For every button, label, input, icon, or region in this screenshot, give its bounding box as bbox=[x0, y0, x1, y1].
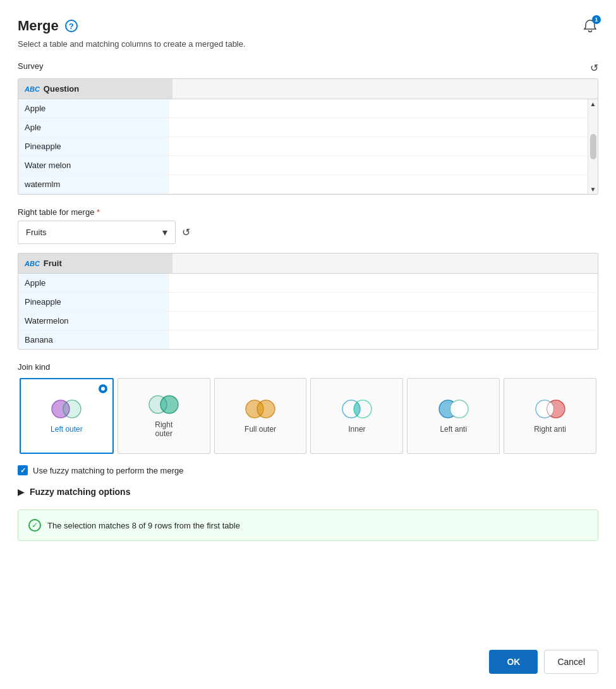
right-table-refresh-button[interactable]: ↺ bbox=[182, 226, 190, 238]
scroll-up-arrow[interactable]: ▲ bbox=[590, 101, 596, 107]
chevron-right-icon: ▶ bbox=[18, 487, 25, 497]
join-option-label: Right anti bbox=[534, 425, 566, 434]
fruits-table-body[interactable]: Apple Pineapple Watermelon Banana bbox=[18, 274, 598, 349]
survey-empty-cell bbox=[169, 99, 598, 118]
table-row: Banana bbox=[18, 331, 598, 349]
table-row: Aple bbox=[18, 118, 598, 137]
survey-cell[interactable]: Pineapple bbox=[18, 137, 169, 155]
join-option-left-anti[interactable]: Left anti bbox=[407, 378, 500, 454]
dialog-subtitle: Select a table and matching columns to c… bbox=[18, 39, 598, 49]
right-table-select-row: Fruits ▾ ↺ bbox=[18, 221, 598, 244]
fuzzy-options-label: Fuzzy matching options bbox=[30, 487, 130, 497]
join-option-label: Left outer bbox=[51, 425, 83, 434]
fruits-empty-cell bbox=[169, 312, 598, 330]
survey-cell[interactable]: watermlm bbox=[18, 175, 169, 193]
dropdown-arrow-icon: ▾ bbox=[162, 226, 167, 238]
join-option-inner[interactable]: Inner bbox=[310, 378, 403, 454]
fuzzy-checkbox-label: Use fuzzy matching to perform the merge bbox=[33, 466, 183, 475]
cancel-button[interactable]: Cancel bbox=[544, 650, 598, 674]
fruits-cell[interactable]: Banana bbox=[18, 331, 169, 349]
join-options-container: Left outer Rightouter Full outer bbox=[18, 378, 598, 454]
right-table-label: Right table for merge * bbox=[18, 207, 598, 217]
table-row: Water melon bbox=[18, 156, 598, 175]
fruits-empty-cell bbox=[169, 274, 598, 292]
fruits-dropdown[interactable]: Fruits ▾ bbox=[18, 221, 176, 244]
fuzzy-checkbox[interactable]: ✓ bbox=[18, 465, 28, 475]
right-anti-venn-icon bbox=[533, 398, 567, 420]
survey-col-question[interactable]: ABC Question bbox=[18, 79, 172, 99]
survey-label: Survey bbox=[18, 61, 43, 71]
fruits-empty-col bbox=[172, 253, 598, 273]
fruits-col-fruit[interactable]: ABC Fruit bbox=[18, 253, 172, 273]
svg-point-5 bbox=[257, 400, 275, 418]
survey-cell[interactable]: Apple bbox=[18, 99, 169, 118]
survey-cell[interactable]: Water melon bbox=[18, 156, 169, 174]
survey-scrollbar[interactable]: ▲ ▼ bbox=[588, 99, 598, 194]
dialog-title: Merge bbox=[18, 18, 59, 34]
join-option-right-anti[interactable]: Right anti bbox=[504, 378, 596, 454]
inner-venn-icon bbox=[340, 398, 374, 420]
survey-table-body[interactable]: Apple Aple Pineapple Water melon waterml… bbox=[18, 99, 598, 194]
abc-icon-fruit: ABC bbox=[25, 260, 40, 267]
survey-table-header: ABC Question bbox=[18, 79, 598, 99]
notification-icon[interactable]: 1 bbox=[582, 18, 598, 34]
help-icon[interactable]: ? bbox=[65, 20, 78, 32]
fruits-empty-cell bbox=[169, 293, 598, 311]
status-check-icon: ✓ bbox=[28, 519, 41, 532]
selected-indicator bbox=[99, 384, 107, 393]
scroll-thumb[interactable] bbox=[590, 134, 596, 159]
svg-point-3 bbox=[160, 396, 178, 413]
fuzzy-options-toggle[interactable]: ▶ Fuzzy matching options bbox=[18, 487, 598, 497]
join-option-left-outer[interactable]: Left outer bbox=[20, 378, 114, 454]
right-outer-venn-icon bbox=[147, 394, 181, 415]
left-anti-venn-icon bbox=[437, 398, 471, 420]
survey-empty-col bbox=[172, 79, 598, 99]
survey-cell[interactable]: Aple bbox=[18, 118, 169, 137]
ok-button[interactable]: OK bbox=[489, 650, 538, 674]
table-row: Pineapple bbox=[18, 293, 598, 312]
table-row: Watermelon bbox=[18, 312, 598, 331]
table-row: Pineapple bbox=[18, 137, 598, 156]
fruits-cell[interactable]: Pineapple bbox=[18, 293, 169, 311]
fruits-empty-cell bbox=[169, 331, 598, 349]
survey-empty-cell bbox=[169, 175, 598, 193]
table-row: watermlm bbox=[18, 175, 598, 194]
survey-empty-cell bbox=[169, 137, 598, 155]
left-outer-venn-icon bbox=[49, 398, 83, 420]
join-option-full-outer[interactable]: Full outer bbox=[214, 378, 307, 454]
notification-badge: 1 bbox=[592, 15, 601, 24]
fruits-cell[interactable]: Apple bbox=[18, 274, 169, 292]
checkbox-check-icon: ✓ bbox=[20, 466, 26, 475]
header-left: Merge ? bbox=[18, 18, 78, 34]
survey-refresh-button[interactable]: ↺ bbox=[590, 62, 598, 74]
survey-empty-cell bbox=[169, 156, 598, 174]
join-option-right-outer[interactable]: Rightouter bbox=[118, 378, 210, 454]
svg-point-1 bbox=[63, 400, 81, 418]
fruits-table-header: ABC Fruit bbox=[18, 253, 598, 274]
merge-dialog: Merge ? 1 Select a table and matching co… bbox=[0, 0, 616, 689]
join-option-label: Full outer bbox=[245, 425, 276, 434]
dialog-footer: OK Cancel bbox=[18, 643, 598, 674]
join-option-label: Inner bbox=[348, 425, 365, 434]
status-bar: ✓ The selection matches 8 of 9 rows from… bbox=[18, 509, 598, 541]
fruits-table: ABC Fruit Apple Pineapple Watermelon Ban… bbox=[18, 253, 598, 350]
table-row: Apple bbox=[18, 99, 598, 118]
survey-section-header: Survey ↺ bbox=[18, 61, 598, 75]
right-table-section: Right table for merge * Fruits ▾ ↺ bbox=[18, 207, 598, 249]
join-kind-section: Join kind Left outer Rightouter bbox=[18, 362, 598, 454]
join-option-label: Left anti bbox=[440, 425, 467, 434]
dialog-header: Merge ? 1 bbox=[18, 18, 598, 34]
join-option-label: Rightouter bbox=[155, 420, 172, 438]
status-text: The selection matches 8 of 9 rows from t… bbox=[47, 521, 240, 530]
abc-icon-question: ABC bbox=[25, 85, 40, 93]
fruits-cell[interactable]: Watermelon bbox=[18, 312, 169, 330]
join-kind-label: Join kind bbox=[18, 362, 598, 372]
full-outer-venn-icon bbox=[243, 398, 277, 420]
scroll-down-arrow[interactable]: ▼ bbox=[590, 186, 596, 193]
fuzzy-checkbox-row: ✓ Use fuzzy matching to perform the merg… bbox=[18, 465, 598, 475]
table-row: Apple bbox=[18, 274, 598, 293]
survey-empty-cell bbox=[169, 118, 598, 137]
survey-table: ABC Question Apple Aple Pineapple Water … bbox=[18, 78, 598, 195]
